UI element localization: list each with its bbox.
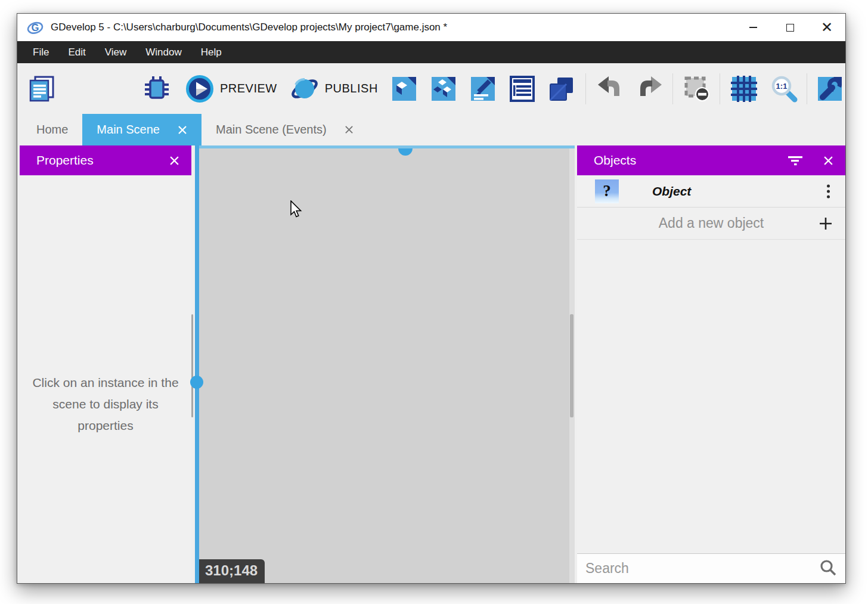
canvas-scrollbar[interactable] — [570, 314, 574, 417]
gdevelop-logo-icon: G — [27, 19, 44, 36]
properties-panel: Properties Click on an instance in the s… — [20, 145, 191, 583]
plus-icon — [819, 217, 832, 230]
editor-content: Properties Click on an instance in the s… — [17, 145, 845, 583]
canvas-top-resize-handle[interactable] — [398, 148, 413, 156]
coordinates-tooltip: 310;148 — [199, 559, 265, 583]
properties-scrollbar[interactable] — [191, 314, 193, 417]
properties-header: Properties — [20, 145, 191, 175]
search-button[interactable] — [819, 559, 837, 579]
properties-title: Properties — [36, 153, 94, 168]
titlebar: G GDevelop 5 - C:\Users\charburg\Documen… — [17, 14, 845, 41]
objects-close-button[interactable] — [823, 145, 833, 175]
panel-resize-divider[interactable] — [195, 145, 199, 583]
deselect-icon[interactable] — [683, 75, 711, 103]
close-icon: ✕ — [821, 20, 833, 35]
tab-main-scene[interactable]: Main Scene — [82, 114, 202, 145]
filter-icon — [788, 155, 802, 166]
canvas-top-divider[interactable] — [199, 145, 575, 148]
object-menu-button[interactable] — [827, 184, 830, 198]
canvas-scrollbar-gutter — [569, 148, 575, 583]
close-icon — [823, 156, 833, 166]
objects-empty-area — [577, 240, 845, 553]
menu-window[interactable]: Window — [136, 41, 191, 63]
toolbar-separator — [585, 73, 586, 104]
tabbar: Home Main Scene Main Scene (Events) — [17, 114, 845, 145]
publish-planet-icon — [290, 75, 319, 103]
tab-close-icon[interactable] — [178, 125, 187, 135]
properties-empty-message: Click on an instance in the scene to dis… — [28, 372, 183, 436]
toolbar: PREVIEW PUBLISH — [17, 63, 845, 114]
add-object-label: Add a new object — [659, 215, 764, 231]
menu-help[interactable]: Help — [191, 41, 231, 63]
search-icon — [819, 559, 837, 577]
preview-button[interactable]: PREVIEW — [185, 75, 277, 103]
tab-main-scene-events-label: Main Scene (Events) — [216, 123, 327, 137]
svg-text:G: G — [32, 22, 39, 33]
toolbar-separator — [720, 73, 720, 104]
properties-body: Click on an instance in the scene to dis… — [20, 175, 191, 583]
publish-button[interactable]: PUBLISH — [290, 75, 378, 103]
search-input[interactable] — [585, 560, 806, 577]
objects-filter-button[interactable] — [788, 145, 802, 175]
minimize-icon — [749, 27, 757, 28]
tab-home[interactable]: Home — [22, 114, 82, 145]
publish-label: PUBLISH — [325, 82, 378, 95]
zoom-1-1-icon[interactable]: 1:1 — [770, 75, 798, 103]
preview-label: PREVIEW — [220, 82, 277, 95]
object-groups-icon[interactable] — [429, 75, 458, 103]
grid-icon[interactable] — [730, 75, 758, 103]
object-list-item[interactable]: ? Object — [577, 175, 845, 207]
layers-icon[interactable] — [547, 75, 576, 103]
close-icon — [169, 156, 179, 166]
close-button[interactable]: ✕ — [808, 14, 845, 41]
settings-wrench-icon[interactable] — [816, 75, 844, 103]
question-mark-icon: ? — [595, 179, 619, 203]
maximize-icon — [786, 24, 794, 32]
objects-panel: Objects ? Object Add a new ob — [577, 145, 845, 583]
project-manager-icon[interactable] — [27, 75, 56, 103]
redo-icon[interactable] — [636, 75, 664, 103]
objects-search-row — [577, 553, 845, 583]
preview-play-icon — [185, 75, 214, 103]
svg-text:1:1: 1:1 — [776, 82, 787, 91]
object-name: Object — [652, 184, 691, 199]
layers-list-icon[interactable] — [508, 75, 537, 103]
objects-title: Objects — [594, 153, 636, 168]
minimize-button[interactable] — [734, 14, 771, 41]
menubar: File Edit View Window Help — [17, 41, 845, 63]
toolbar-separator — [807, 73, 807, 104]
mouse-cursor-icon — [290, 200, 303, 219]
objects-editor-icon[interactable] — [390, 75, 418, 103]
toolbar-separator — [672, 73, 673, 104]
scene-canvas[interactable]: 310;148 — [199, 145, 575, 583]
menu-edit[interactable]: Edit — [58, 41, 95, 63]
properties-close-button[interactable] — [169, 145, 179, 175]
panel-resize-handle[interactable] — [190, 376, 203, 389]
undo-icon[interactable] — [596, 75, 624, 103]
maximize-button[interactable] — [771, 14, 808, 41]
window-title: GDevelop 5 - C:\Users\charburg\Documents… — [51, 21, 447, 33]
tab-main-scene-events[interactable]: Main Scene (Events) — [202, 114, 368, 145]
tab-main-scene-label: Main Scene — [97, 123, 160, 137]
objects-header: Objects — [577, 145, 845, 175]
tab-home-label: Home — [36, 123, 68, 137]
menu-file[interactable]: File — [23, 41, 58, 63]
menu-view[interactable]: View — [95, 41, 137, 63]
scene-properties-icon[interactable] — [469, 75, 497, 103]
tab-close-icon[interactable] — [345, 125, 354, 134]
gdevelop-window: G GDevelop 5 - C:\Users\charburg\Documen… — [17, 13, 846, 584]
scene-editor: 310;148 — [195, 145, 575, 583]
debug-icon[interactable] — [142, 75, 171, 103]
add-object-row[interactable]: Add a new object — [577, 207, 845, 240]
